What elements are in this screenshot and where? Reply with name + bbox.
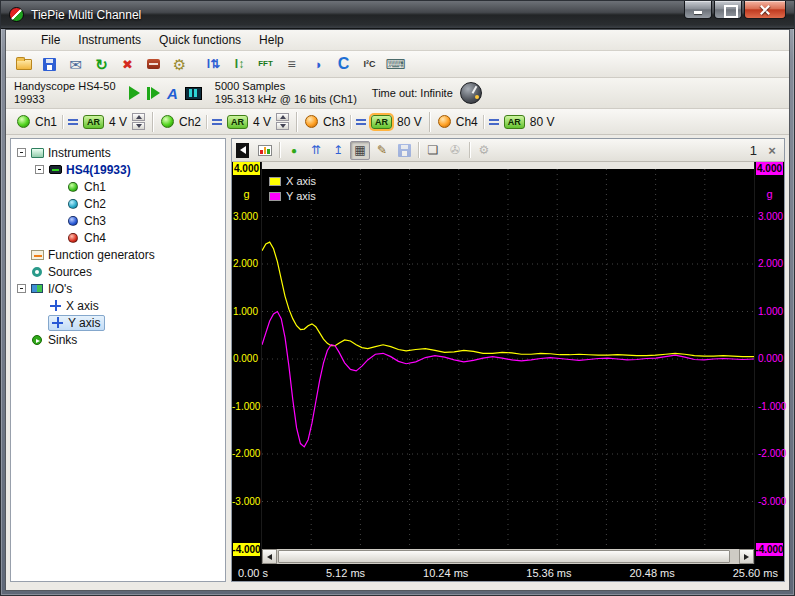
oneshot-button[interactable] (147, 87, 160, 100)
plot-area[interactable]: X axis Y axis (262, 169, 754, 549)
grid-toggle-button[interactable]: ▦ (350, 141, 370, 160)
io-value-button[interactable]: I⇅ (201, 53, 226, 76)
tree-item-ios[interactable]: I/O's (11, 280, 225, 297)
ch1-autorange-badge[interactable]: AR (83, 115, 104, 129)
left-axis-max[interactable]: 4.000 (233, 162, 260, 175)
tree-item-function-generators[interactable]: Function generators (11, 246, 225, 263)
ch4-coupling-icon[interactable] (489, 119, 499, 125)
scrollbar-track[interactable] (731, 549, 739, 564)
menu-instruments[interactable]: Instruments (69, 31, 150, 49)
oneshot-triangle-icon (151, 87, 160, 99)
collapse-icon[interactable] (35, 165, 44, 174)
tree-item-label: Ch3 (84, 214, 106, 228)
email-button[interactable]: ✉ (63, 53, 88, 76)
ch2-range-spinner[interactable] (276, 113, 289, 130)
io-meter-button[interactable]: I↕ (227, 53, 252, 76)
ch2-led-icon[interactable] (161, 115, 174, 128)
callout-button[interactable]: ❏ (423, 141, 443, 160)
left-axis-min[interactable]: -4.000 (233, 543, 260, 556)
eject-button[interactable] (141, 53, 166, 76)
save-button[interactable] (37, 53, 62, 76)
instruments-icon (30, 146, 44, 159)
menu-file[interactable]: File (32, 31, 69, 49)
channel-group-ch3: Ch3 AR 80 V (298, 109, 429, 134)
left-axis-strip[interactable]: 4.000 g 3.000 2.000 1.000 0.000 -1.000 -… (232, 162, 262, 564)
legend-swatch (269, 177, 281, 186)
scroll-right-button[interactable] (739, 549, 754, 564)
scroll-left-button[interactable] (262, 549, 277, 564)
link-button[interactable]: ✇ (445, 141, 465, 160)
refresh-button[interactable]: ↻ (89, 53, 114, 76)
pen-button[interactable]: ✎ (372, 141, 392, 160)
selected-tree-item[interactable]: Y axis (48, 315, 105, 331)
separator (206, 115, 207, 129)
menu-bar: File Instruments Quick functions Help (6, 30, 789, 51)
levels-button[interactable]: ≡ (279, 53, 304, 76)
right-axis-max[interactable]: 4.000 (756, 162, 783, 175)
fft-button[interactable]: FFT (253, 53, 278, 76)
menu-help[interactable]: Help (250, 31, 293, 49)
right-axis-strip[interactable]: 4.000 g 3.000 2.000 1.000 0.000 -1.000 -… (754, 162, 784, 564)
menu-quick-functions[interactable]: Quick functions (150, 31, 250, 49)
tree-item-sinks[interactable]: Sinks (11, 331, 225, 348)
i2c-button[interactable]: I²C (357, 53, 382, 76)
fit-axis-button[interactable]: ↥ (328, 141, 348, 160)
object-tree: Instruments HS4(19933) Ch1 Ch2 Ch (10, 138, 226, 582)
multimeter-button[interactable]: ◑ (305, 53, 330, 76)
ch3-autorange-badge[interactable]: AR (371, 115, 392, 129)
ch4-autorange-badge[interactable]: AR (504, 115, 525, 129)
ch3-coupling-icon[interactable] (356, 119, 366, 125)
horizontal-scrollbar[interactable] (262, 549, 754, 564)
tree-item-instruments[interactable]: Instruments (11, 144, 225, 161)
collapse-icon[interactable] (17, 148, 26, 157)
ch1-led-icon[interactable] (17, 115, 30, 128)
graph-close-button[interactable]: × (764, 142, 780, 158)
app-icon (9, 7, 24, 22)
open-button[interactable] (11, 53, 36, 76)
autoscale-button[interactable]: ⇈ (306, 141, 326, 160)
axis-collapse-button[interactable] (236, 143, 249, 158)
tree-item-label: Ch4 (84, 231, 106, 245)
delete-button[interactable]: ✖ (115, 53, 140, 76)
keypad-button[interactable]: ⌨ (383, 53, 408, 76)
collapse-icon[interactable] (17, 284, 26, 293)
streaming-button[interactable] (185, 87, 202, 100)
axis-tick: 3.000 (758, 212, 784, 222)
scope-button[interactable]: C (331, 53, 356, 76)
ch2-autorange-badge[interactable]: AR (227, 115, 248, 129)
close-button[interactable] (744, 1, 786, 19)
ch3-led-icon[interactable] (305, 115, 318, 128)
time-label: 10.24 ms (423, 567, 468, 579)
spin-up-icon[interactable] (132, 113, 145, 121)
io-value-icon: I⇅ (207, 58, 220, 70)
tree-item-sources[interactable]: Sources (11, 263, 225, 280)
marker-button[interactable]: ● (284, 141, 304, 160)
autoranging-button[interactable]: A (167, 85, 178, 102)
ch4-led-icon[interactable] (438, 115, 451, 128)
maximize-button[interactable] (714, 1, 742, 19)
tree-item-ch3[interactable]: Ch3 (11, 212, 225, 229)
tree-item-ch2[interactable]: Ch2 (11, 195, 225, 212)
spin-down-icon[interactable] (132, 122, 145, 130)
tree-item-y-axis[interactable]: Y axis (11, 314, 225, 331)
gear-icon: ⚙ (173, 57, 186, 72)
ch2-coupling-icon[interactable] (212, 119, 222, 125)
spin-up-icon[interactable] (276, 113, 289, 121)
graph-display-button[interactable] (255, 141, 275, 160)
ch1-coupling-icon[interactable] (68, 119, 78, 125)
instrument-bar: Handyscope HS4-50 19933 A 5000 Samples 1… (6, 78, 789, 109)
tree-item-x-axis[interactable]: X axis (11, 297, 225, 314)
save-graph-button[interactable] (394, 141, 414, 160)
timeout-knob[interactable] (460, 82, 482, 104)
minimize-button[interactable] (684, 1, 712, 19)
tree-item-hs4[interactable]: HS4(19933) (11, 161, 225, 178)
settings-button[interactable]: ⚙ (167, 53, 192, 76)
graph-settings-button[interactable]: ⚙ (474, 141, 494, 160)
spin-down-icon[interactable] (276, 122, 289, 130)
tree-item-ch4[interactable]: Ch4 (11, 229, 225, 246)
ch1-range-spinner[interactable] (132, 113, 145, 130)
tree-item-ch1[interactable]: Ch1 (11, 178, 225, 195)
start-button[interactable] (129, 86, 140, 100)
right-axis-min[interactable]: -4.000 (756, 543, 783, 556)
scrollbar-thumb[interactable] (278, 550, 730, 563)
